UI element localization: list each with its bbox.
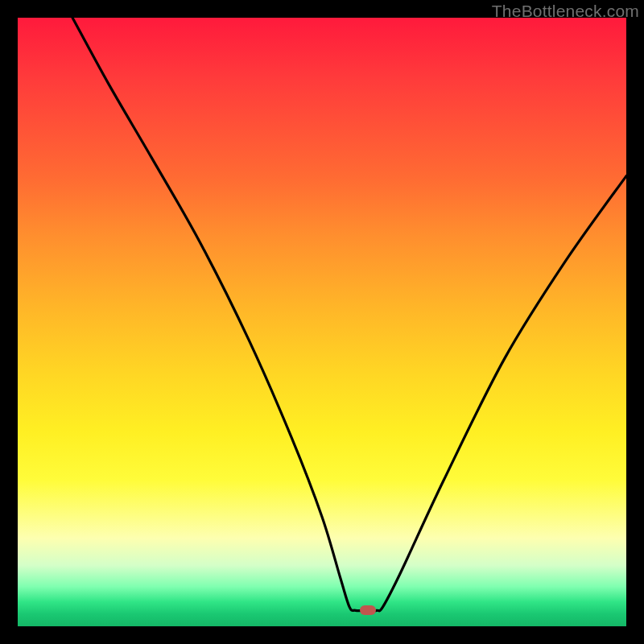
optimum-marker <box>360 605 376 615</box>
chart-frame <box>18 18 626 626</box>
bottleneck-curve <box>18 18 626 626</box>
watermark-text: TheBottleneck.com <box>492 2 639 21</box>
